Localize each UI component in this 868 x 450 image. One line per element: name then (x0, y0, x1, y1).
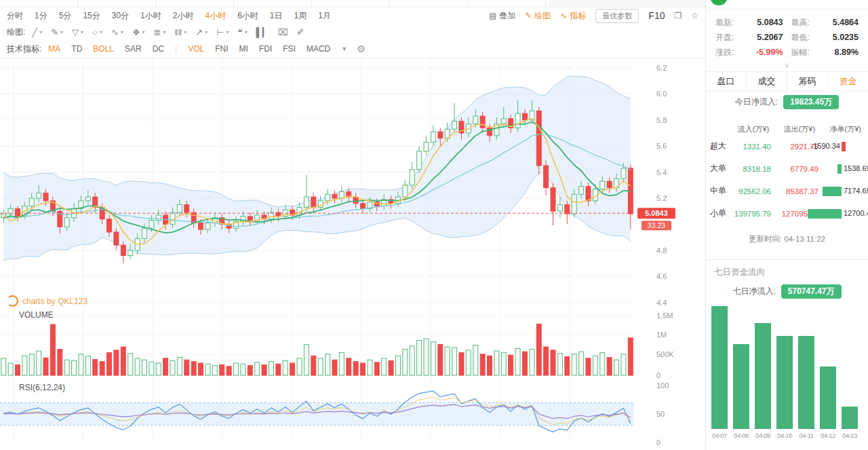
update-time: 更新时间: 04-13 11:22 (706, 234, 868, 244)
seven-day-label: 04-08 (733, 432, 749, 439)
svg-text:1M: 1M (656, 331, 667, 339)
chevron-down-icon[interactable]: ∨ (706, 61, 868, 71)
indicator-label: 指标 (570, 10, 586, 22)
quote-value: 5.4864 (817, 18, 859, 27)
line-tool-icon[interactable]: ╱▾ (32, 27, 42, 37)
indicator-chip[interactable]: FDI (259, 44, 272, 54)
timeframe-tab[interactable]: 1周 (294, 11, 307, 20)
flow-row-name: 大单 (710, 163, 732, 174)
indicator-chip[interactable]: FNI (215, 44, 228, 54)
arrow-tool-icon[interactable]: ↗▾ (195, 27, 208, 37)
timeframe-tab[interactable]: 15分 (83, 11, 100, 20)
draw-button[interactable]: ✎绘图 (525, 10, 551, 22)
shape-tool-icon[interactable]: ▽▾ (72, 27, 83, 37)
indicator-chip[interactable]: MACD (307, 44, 330, 54)
tab-盘口[interactable]: 盘口 (706, 72, 747, 91)
flow-table-header: 流入(万¥) 流出(万¥) 净单(万¥) (706, 123, 868, 135)
svg-text:50: 50 (656, 410, 665, 418)
timeframe-tab[interactable]: 1分 (35, 11, 47, 20)
candlestick-chart[interactable]: 6.26.05.85.65.45.24.84.64.41.5M1M500K010… (0, 58, 705, 450)
flow-table-row: 小单139795.79127095.3812700.41 (706, 202, 868, 225)
timeframe-tab[interactable]: 4小时 (205, 11, 226, 20)
seven-day-section-title: 七日资金流向 (706, 260, 868, 281)
best-params-button[interactable]: 最优参数 (595, 9, 639, 23)
svg-text:500K: 500K (656, 350, 674, 358)
panel-tabs: 盘口成交筹码资金 (706, 71, 868, 92)
today-net-inflow-row: 今日净流入: 19823.45万 (706, 92, 868, 112)
overlay-button[interactable]: ▤叠加 (489, 10, 515, 22)
tab-筹码[interactable]: 筹码 (787, 72, 828, 91)
flow-row-outflow: 6779.49 (771, 165, 818, 173)
flow-row-inflow: 139795.79 (732, 210, 771, 218)
indicator-chip[interactable]: MA (48, 44, 60, 54)
svg-text:4.8: 4.8 (656, 246, 667, 255)
pencil-tool-icon[interactable]: ✎▾ (51, 27, 63, 37)
fibonacci-tool-icon[interactable]: ‖‖▾ (175, 27, 187, 37)
chart-area[interactable]: 6.26.05.85.65.45.24.84.64.41.5M1M500K010… (0, 58, 705, 450)
flow-row-net: 7174.69 (818, 186, 864, 197)
indicator-chip[interactable]: BOLL (93, 44, 114, 54)
delete-tool-icon[interactable]: ⌧ (278, 27, 288, 37)
caret-down-icon: ▾ (60, 29, 63, 35)
quote-value: -5.99% (741, 48, 783, 57)
svg-text:6.0: 6.0 (656, 90, 667, 98)
seven-day-label: 04-13 (842, 432, 858, 439)
indicator-chip[interactable]: MI (239, 44, 248, 54)
seven-day-net-badge: 570747.47万 (781, 284, 842, 299)
seven-day-label: 04-09 (755, 432, 771, 439)
indicator-chip[interactable]: TD (71, 44, 82, 54)
timeframe-tab[interactable]: 2小时 (173, 11, 194, 20)
today-net-inflow-label: 今日净流入: (735, 96, 778, 108)
timeframe-tab[interactable]: 1日 (270, 11, 283, 20)
gear-icon[interactable]: ⚙ (357, 43, 366, 54)
fullscreen-icon[interactable]: ❐ (674, 11, 682, 20)
indicator-chip[interactable]: SAR (125, 44, 142, 54)
stats-tool-icon[interactable]: ▌▎ (256, 27, 269, 37)
timeframe-tab[interactable]: 分时 (7, 11, 23, 20)
wave-tool-icon[interactable]: ∿▾ (111, 27, 123, 37)
quote-stats: 最新:5.0843最高:5.4864开盘:5.2067最低:5.0235涨跌:-… (706, 9, 868, 61)
drawing-toolbar-label: 绘图: (7, 26, 25, 38)
favorite-star-icon[interactable]: ☆ (691, 11, 698, 20)
net-value: -1590.34 (811, 142, 840, 150)
timeframe-toolbar: 分时1分5分15分30分1小时2小时4小时6小时1日1周1月 ▤叠加 ✎绘图 ∿… (0, 7, 705, 24)
pattern-tool-icon[interactable]: ❖▾ (132, 27, 145, 37)
circle-tool-icon[interactable]: ○▾ (92, 27, 102, 37)
f10-button[interactable]: F10 (648, 10, 665, 21)
seven-day-net-row: 七日净流入: 570747.47万 (706, 281, 868, 301)
timeframe-tab[interactable]: 30分 (112, 11, 129, 20)
net-bar (837, 164, 842, 174)
caret-down-icon: ▾ (121, 29, 123, 35)
indicator-chip[interactable]: FSI (283, 44, 296, 54)
indicator-toolbar-label: 技术指标: (7, 43, 41, 55)
timeframe-tab[interactable]: 6小时 (237, 11, 258, 20)
comment-tool-icon[interactable]: ❝▾ (238, 27, 248, 37)
eraser-tool-icon[interactable]: ✐ (297, 27, 304, 37)
indicator-chip[interactable]: VOL (188, 44, 204, 54)
indicator-button[interactable]: ∿指标 (560, 10, 586, 22)
timeframe-tab[interactable]: 1小时 (140, 11, 161, 20)
drawing-tools: ╱▾✎▾▽▾○▾∿▾❖▾≣▾‖‖▾↗▾⊢▾❝▾▌▎⌧✐ (32, 27, 313, 37)
flow-row-name: 中单 (710, 185, 732, 197)
indicator-chip[interactable]: DC (153, 44, 164, 54)
chart-controls: ▤叠加 ✎绘图 ∿指标 最优参数 F10 ❐ ☆ (489, 9, 705, 23)
overlay-icon: ▤ (489, 11, 496, 20)
update-time-label: 更新时间: (749, 235, 782, 243)
caret-down-icon: ▾ (39, 29, 42, 35)
flow-row-net: 1538.69 (818, 164, 864, 174)
seven-day-bar-chart (706, 305, 868, 429)
tab-资金[interactable]: 资金 (828, 72, 868, 91)
net-bar (808, 209, 842, 219)
timeframe-tab[interactable]: 1月 (318, 11, 331, 20)
svg-text:5.0843: 5.0843 (645, 209, 668, 217)
timeframe-tab[interactable]: 5分 (59, 11, 72, 20)
net-value: 12700.41 (844, 209, 868, 217)
indicator-dropdown-caret[interactable]: ▼ (341, 45, 347, 52)
seven-day-bar (820, 367, 836, 429)
svg-text:33.23: 33.23 (648, 221, 665, 229)
coin-logo (710, 0, 728, 5)
measure-tool-icon[interactable]: ⊢▾ (216, 27, 229, 37)
text-annotation-tool-icon[interactable]: ≣▾ (154, 27, 166, 37)
qkl123-logo-icon (7, 295, 18, 307)
tab-成交[interactable]: 成交 (747, 72, 787, 91)
